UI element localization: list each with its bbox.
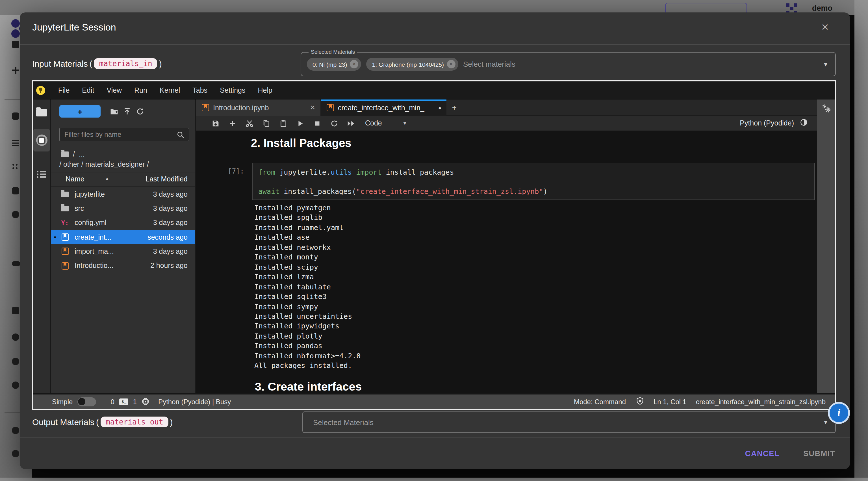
file-list-header: Name ▲ Last Modified [51,172,195,186]
kernels-count[interactable]: 1 [133,398,137,405]
file-row-selected[interactable]: ● create_int... seconds ago [51,230,195,244]
jupyterlite-session-dialog: JupyterLite Session ✕ Input Materials ( … [20,12,850,469]
simple-mode-toggle[interactable] [77,397,96,406]
notebook-file-icon [61,248,69,255]
table-of-contents-tab-icon[interactable] [37,170,46,178]
running-kernels-icon [36,134,47,146]
breadcrumb[interactable]: / ... [61,150,85,158]
file-row[interactable]: src 3 days ago [51,202,195,216]
notebook-mode[interactable]: Mode: Command [574,398,626,405]
material-chip-graphene[interactable]: 1: Graphene (mp-1040425) ✕ [367,58,458,71]
new-tab-button[interactable]: + [446,99,462,116]
search-icon [176,130,185,139]
stop-kernel-icon[interactable] [309,116,326,130]
sidebar-dashboard-icon [12,41,19,48]
notebook-file-icon [202,104,209,111]
cursor-position[interactable]: Ln 1, Col 1 [654,398,686,405]
sidebar-support-icon [12,450,19,457]
sidebar-apps-icon [12,163,19,171]
submit-button[interactable]: SUBMIT [803,449,835,457]
chevron-down-icon[interactable]: ▼ [402,120,407,126]
close-icon[interactable]: ✕ [816,19,834,36]
cancel-button[interactable]: CANCEL [745,449,780,457]
section-heading: 2. Install Packages [251,137,351,150]
unsaved-dot-icon: ● [438,105,441,111]
breadcrumb-ellipsis[interactable]: ... [79,150,85,158]
folder-icon [61,191,69,197]
yaml-file-icon: Y: [61,219,69,227]
column-last-modified[interactable]: Last Modified [146,175,188,183]
menu-help[interactable]: Help [251,86,278,94]
insert-cell-icon[interactable] [224,116,241,130]
kernel-name[interactable]: Python (Pyodide) [740,119,794,127]
copy-cells-icon[interactable] [258,116,275,130]
screen: demo JupyterLite Session ✕ Input Materia… [0,0,868,481]
jupyter-menubar: File Edit View Run Kernel Tabs Settings … [33,81,835,99]
host-right-rail [855,0,868,481]
new-launcher-button[interactable]: + [59,105,101,118]
restart-kernel-icon[interactable] [326,116,342,130]
new-folder-icon[interactable] [110,107,119,116]
tab-create-interface[interactable]: create_interface_with_min_ ● [321,99,446,116]
menu-run[interactable]: Run [128,86,153,94]
sidebar-team-icon [12,333,19,341]
gears-icon[interactable] [820,103,832,115]
info-button[interactable]: i [830,403,848,422]
running-kernels-tab[interactable] [33,129,50,151]
sidebar-account-icon [12,358,19,365]
input-materials-row: Input Materials ( materials_in ) [32,55,162,71]
chevron-down-icon[interactable]: ▼ [823,61,829,67]
tab-bar: Introduction.ipynb ✕ create_interface_wi… [196,99,817,116]
kernel-status: Python (Pyodide) | Busy [158,398,231,405]
cell-output: Installed pymatgen Installed spglib Inst… [254,203,361,370]
chip-delete-icon[interactable]: ✕ [447,60,455,68]
simple-mode-label: Simple [52,398,73,405]
column-name[interactable]: Name [66,175,85,183]
file-row[interactable]: Y: config.yml 3 days ago [51,216,195,230]
filter-files-field[interactable] [60,130,176,139]
close-tab-icon[interactable]: ✕ [310,104,315,111]
paste-cells-icon[interactable] [275,116,291,130]
tab-introduction[interactable]: Introduction.ipynb ✕ [196,99,321,116]
notebook-content[interactable]: 2. Install Packages [7]: from jupyterlit… [196,131,817,393]
file-row[interactable]: jupyterlite 3 days ago [51,187,195,202]
file-browser-panel: + [50,99,195,393]
menu-edit[interactable]: Edit [76,86,100,94]
cell-type-select[interactable]: Code [365,119,382,127]
notebook-file-icon [327,104,334,111]
output-materials-select[interactable]: Selected Materials ▼ [302,412,836,433]
terminals-count[interactable]: 0 [111,398,114,405]
kernel-busy-icon [800,118,808,128]
kernel-chip-icon [141,397,150,406]
menu-view[interactable]: View [100,86,128,94]
jupyterlite-frame: File Edit View Run Kernel Tabs Settings … [32,80,836,410]
menu-tabs[interactable]: Tabs [186,86,214,94]
save-icon[interactable] [207,116,224,130]
menu-file[interactable]: File [52,86,76,94]
notebook-file-icon [61,234,69,241]
code-cell[interactable]: from jupyterlite.utils import install_pa… [252,163,815,200]
run-cell-icon[interactable] [291,116,309,130]
breadcrumb-path[interactable]: / other / materials_designer / [59,160,149,169]
refresh-icon[interactable] [135,107,145,116]
material-chip-ni[interactable]: 0: Ni (mp-23) ✕ [307,58,361,71]
file-row[interactable]: import_ma... 3 days ago [51,244,195,259]
menu-kernel[interactable]: Kernel [153,86,186,94]
notebook-toolbar: Code ▼ Python (Pyodide) [196,116,817,131]
restart-run-all-icon[interactable] [342,116,360,130]
sidebar-jobs-icon [12,211,19,218]
cut-cells-icon[interactable] [241,116,258,130]
sidebar-materials-icon [12,113,19,120]
output-materials-label: Output Materials [32,417,94,426]
plus-icon: + [78,107,83,116]
file-row[interactable]: Introductio... 2 hours ago [51,259,195,273]
chip-delete-icon[interactable]: ✕ [350,60,359,68]
select-materials-placeholder: Select materials [463,60,516,68]
file-browser-tab-icon[interactable] [36,109,47,116]
selected-materials-input[interactable]: Selected Materials 0: Ni (mp-23) ✕ 1: Gr… [301,52,836,76]
filter-files-input[interactable] [59,128,189,141]
terminal-icon: $_ [120,398,129,405]
menu-settings[interactable]: Settings [214,86,251,94]
upload-icon[interactable] [123,107,132,116]
notebook-panel: Introduction.ipynb ✕ create_interface_wi… [196,99,817,393]
